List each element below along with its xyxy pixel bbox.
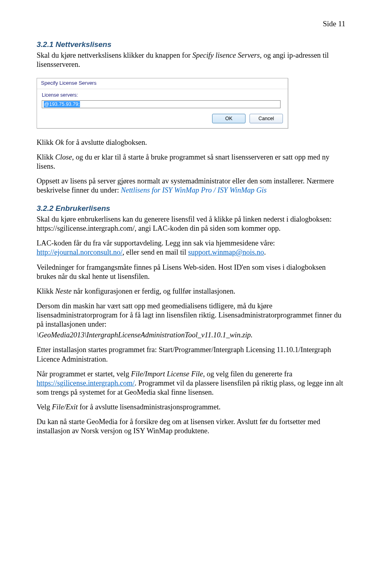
para-klikk-neste: Klikk Neste når konfigurasjonen er ferdi… bbox=[37, 287, 345, 296]
para-etter-install: Etter installasjon startes programmet fr… bbox=[37, 345, 345, 364]
dialog-specify-license-servers: Specify License Servers License servers:… bbox=[37, 78, 288, 129]
text-italic: File/Import License File bbox=[131, 370, 203, 378]
para-dersom: Dersom din maskin har vært satt opp med … bbox=[37, 302, 345, 329]
para-click-ok: Klikk Ok for å avslutte dialogboksen. bbox=[37, 138, 345, 147]
text: Klikk bbox=[37, 138, 55, 146]
para-enbruker-intro: Skal du kjøre enbrukerlisens kan du gene… bbox=[37, 215, 345, 233]
text: Klikk bbox=[37, 287, 55, 295]
text: , og velg filen du genererte fra bbox=[203, 370, 292, 378]
dialog-body: License servers: @193.75.93.79; bbox=[37, 89, 288, 110]
text: for å avslutte lisensadministrasjonsprog… bbox=[78, 403, 220, 411]
text: for å avslutte dialogboksen. bbox=[64, 138, 147, 146]
license-servers-input[interactable]: @193.75.93.79; bbox=[42, 100, 281, 108]
para-zip-path: \GeoMedia2013\IntergraphLicenseAdministr… bbox=[37, 331, 345, 340]
link-nettlisens[interactable]: Nettlisens for ISY WinMap Pro / ISY WinM… bbox=[121, 186, 267, 194]
text: Skal du kjøre nettverkslisens klikker du… bbox=[37, 51, 193, 59]
dialog-button-row: OK Cancel bbox=[37, 110, 288, 128]
text-italic: File/Exit bbox=[52, 403, 78, 411]
link-support-email[interactable]: support.winmap@nois.no bbox=[188, 248, 264, 256]
text: Klikk bbox=[37, 153, 55, 161]
link-ejournal[interactable]: http://ejournal.norconsult.no/ bbox=[37, 248, 123, 256]
ok-button[interactable]: OK bbox=[212, 114, 246, 123]
text: Velg bbox=[37, 403, 52, 411]
para-lac: LAC-koden får du fra vår supportavdeling… bbox=[37, 239, 345, 257]
para-s1-intro: Skal du kjøre nettverkslisens klikker du… bbox=[37, 51, 345, 69]
text-italic: Close bbox=[55, 153, 72, 161]
link-sgilicense[interactable]: https://sgilicense.intergraph.com/ bbox=[37, 379, 134, 387]
cancel-button[interactable]: Cancel bbox=[249, 114, 283, 123]
text: når konfigurasjonen er ferdig, og fullfø… bbox=[72, 287, 236, 295]
page-number: Side 11 bbox=[37, 19, 345, 29]
dialog-label-license-servers: License servers: bbox=[42, 92, 283, 99]
para-import: Når programmet er startet, velg File/Imp… bbox=[37, 370, 345, 397]
text-italic: Neste bbox=[55, 287, 72, 295]
text: . bbox=[264, 248, 266, 256]
text-italic: Ok bbox=[55, 138, 64, 146]
para-start-geomedia: Du kan nå starte GeoMedia for å forsikre… bbox=[37, 417, 345, 436]
text: LAC-koden får du fra vår supportavdeling… bbox=[37, 239, 275, 247]
para-oppsett: Oppsett av lisens på server gjøres norma… bbox=[37, 177, 345, 195]
para-file-exit: Velg File/Exit for å avslutte lisensadmi… bbox=[37, 403, 345, 412]
text: , og du er klar til å starte å bruke pro… bbox=[37, 153, 329, 170]
text: , eller send en mail til bbox=[123, 248, 188, 256]
text-italic: Specify lisence Servers bbox=[193, 51, 260, 59]
para-veiledning: Veiledninger for framgangsmåte finnes på… bbox=[37, 263, 345, 281]
text-italic: \GeoMedia2013\IntergraphLicenseAdministr… bbox=[37, 331, 253, 339]
dialog-title: Specify License Servers bbox=[37, 78, 288, 89]
input-value: @193.75.93.79; bbox=[44, 101, 80, 107]
heading-3-2-1: 3.2.1 Nettverkslisens bbox=[37, 40, 345, 49]
para-click-close: Klikk Close, og du er klar til å starte … bbox=[37, 153, 345, 171]
text: Når programmet er startet, velg bbox=[37, 370, 131, 378]
heading-3-2-2: 3.2.2 Enbrukerlisens bbox=[37, 204, 345, 213]
